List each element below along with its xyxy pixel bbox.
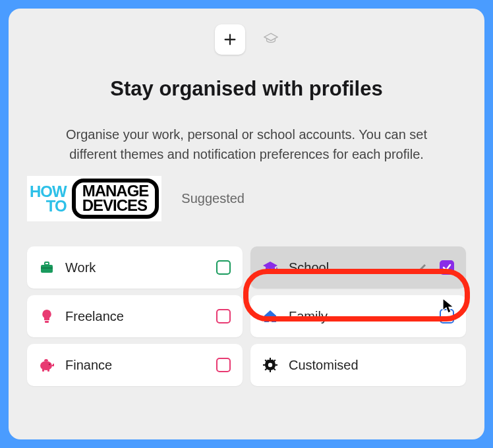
profile-checkbox[interactable] xyxy=(216,260,231,275)
profiles-setup-panel: Stay organised with profiles Organise yo… xyxy=(9,9,484,439)
school-profile-indicator-icon xyxy=(264,32,278,47)
svg-rect-11 xyxy=(270,358,271,360)
svg-point-10 xyxy=(268,363,272,367)
profile-tile-family[interactable]: Family xyxy=(250,295,466,337)
plus-icon xyxy=(223,32,237,47)
pencil-icon[interactable] xyxy=(417,262,428,273)
profile-tile-school[interactable]: School xyxy=(250,246,466,289)
profile-tile-label: Family xyxy=(289,309,440,324)
page-subtitle: Organise your work, personal or school a… xyxy=(27,125,466,164)
profile-checkbox[interactable] xyxy=(216,358,231,372)
svg-rect-6 xyxy=(42,369,44,372)
svg-point-8 xyxy=(49,364,50,365)
house-icon xyxy=(262,308,278,324)
watermark-right: MANAGE DEVICES xyxy=(72,179,160,219)
briefcase-icon xyxy=(39,260,55,275)
svg-rect-1 xyxy=(45,262,49,265)
profile-checkbox[interactable] xyxy=(216,309,231,323)
profile-tile-label: Customised xyxy=(289,358,454,373)
svg-rect-2 xyxy=(41,267,53,269)
top-icon-row xyxy=(27,24,466,55)
lightbulb-icon xyxy=(39,308,55,324)
piggy-bank-icon xyxy=(39,357,55,373)
svg-rect-13 xyxy=(263,364,266,366)
profile-tile-freelance[interactable]: Freelance xyxy=(27,295,243,337)
gear-icon xyxy=(262,357,278,373)
svg-rect-0 xyxy=(41,265,53,273)
profile-tile-finance[interactable]: Finance xyxy=(27,344,243,386)
svg-rect-14 xyxy=(275,364,277,366)
suggested-label: Suggested xyxy=(181,191,245,206)
profile-tile-label: Finance xyxy=(65,358,216,373)
profile-tiles-grid: Work School Freelance xyxy=(27,246,466,386)
profile-tile-customised[interactable]: Customised xyxy=(250,344,466,386)
profile-tile-work[interactable]: Work xyxy=(27,246,243,289)
svg-point-5 xyxy=(40,361,52,370)
watermark-left: HOW TO xyxy=(30,184,67,213)
svg-rect-4 xyxy=(45,321,49,323)
svg-point-3 xyxy=(276,267,277,269)
profile-checkbox[interactable] xyxy=(440,309,454,323)
profile-tile-label: School xyxy=(289,260,417,275)
svg-rect-7 xyxy=(47,369,49,372)
profile-checkbox-checked[interactable] xyxy=(440,260,454,275)
watermark-logo: HOW TO MANAGE DEVICES xyxy=(27,176,161,221)
svg-rect-12 xyxy=(270,370,271,372)
profile-tile-label: Work xyxy=(65,260,216,275)
suggested-header-row: HOW TO MANAGE DEVICES Suggested xyxy=(27,176,466,221)
page-title: Stay organised with profiles xyxy=(27,77,466,101)
graduation-cap-icon xyxy=(262,260,278,275)
add-profile-button[interactable] xyxy=(215,24,245,55)
profile-tile-label: Freelance xyxy=(65,309,216,324)
